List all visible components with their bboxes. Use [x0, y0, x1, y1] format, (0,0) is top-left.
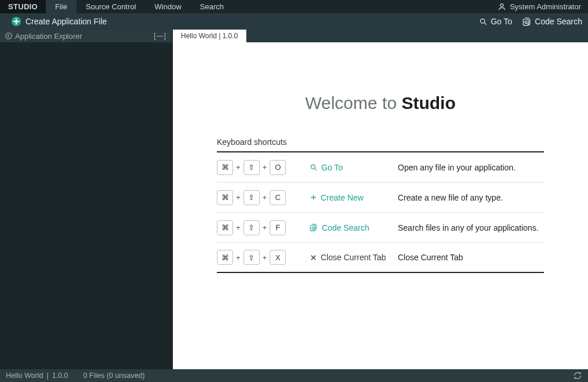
menu-search[interactable]: Search — [191, 0, 233, 13]
shortcut-action-label: Go To — [321, 163, 343, 172]
status-app-name: Hello World — [6, 372, 43, 380]
create-application-file-label: Create Application File — [26, 17, 107, 26]
shortcut-keys: ⌘+ ⇧+ X — [217, 250, 310, 265]
shortcut-row-close-tab: ⌘+ ⇧+ X Close Current Tab Close Current … — [217, 243, 544, 273]
plus-circle-icon — [12, 17, 21, 26]
shortcut-action-goto[interactable]: Go To — [310, 163, 398, 172]
file-search-icon — [522, 17, 532, 26]
key-shift: ⇧ — [244, 190, 260, 205]
shortcut-desc: Search files in any of your applications… — [398, 223, 539, 232]
menu-file[interactable]: File — [46, 0, 77, 13]
shortcut-row-code-search: ⌘+ ⇧+ F Code Search Search files in any … — [217, 213, 544, 243]
create-application-file-button[interactable]: Create Application File — [12, 17, 107, 26]
key-letter: O — [270, 160, 286, 175]
user-name-label: System Administrator — [510, 2, 581, 11]
user-menu[interactable]: System Administrator — [491, 0, 588, 13]
actionbar: Create Application File Go To Code Searc… — [0, 13, 588, 30]
shortcut-desc: Open any file in your application. — [398, 163, 516, 172]
key-shift: ⇧ — [244, 160, 260, 175]
brand-label: STUDIO — [0, 0, 46, 13]
menu-source-control[interactable]: Source Control — [77, 0, 146, 13]
key-letter: C — [270, 190, 286, 205]
key-letter: X — [270, 250, 286, 265]
svg-point-3 — [6, 33, 12, 39]
shortcut-keys: ⌘+ ⇧+ O — [217, 160, 310, 175]
collapse-sidebar-button[interactable]: [—] — [154, 32, 166, 40]
shortcut-desc: Close Current Tab — [398, 253, 463, 262]
content-area: Hello World | 1.0.0 Welcome to Studio Ke… — [173, 30, 588, 369]
shortcut-action-close-tab: Close Current Tab — [310, 253, 398, 262]
welcome-title-bold: Studio — [401, 93, 455, 112]
shortcut-desc: Create a new file of any type. — [398, 193, 503, 202]
sidebar: Application Explorer [—] — [0, 30, 173, 369]
key-cmd: ⌘ — [217, 250, 233, 265]
tab-hello-world[interactable]: Hello World | 1.0.0 — [173, 30, 246, 42]
goto-button[interactable]: Go To — [479, 17, 512, 26]
welcome-title-prefix: Welcome to — [305, 93, 401, 112]
code-search-label: Code Search — [535, 17, 582, 26]
code-search-button[interactable]: Code Search — [522, 17, 582, 26]
key-letter: F — [270, 220, 286, 235]
shortcut-action-label: Close Current Tab — [321, 253, 386, 262]
shortcut-row-goto: ⌘+ ⇧+ O Go To Open any file in your appl… — [217, 152, 544, 183]
status-version: 1.0.0 — [52, 372, 68, 380]
keyboard-shortcuts-header: Keyboard shortcuts — [217, 137, 544, 152]
shortcut-keys: ⌘+ ⇧+ C — [217, 190, 310, 205]
shortcut-action-label: Code Search — [322, 223, 369, 232]
shortcut-action-code-search[interactable]: Code Search — [310, 223, 398, 232]
key-cmd: ⌘ — [217, 160, 233, 175]
key-shift: ⇧ — [244, 250, 260, 265]
shortcut-action-create-new[interactable]: Create New — [310, 193, 398, 202]
sidebar-header: Application Explorer [—] — [0, 30, 172, 42]
search-icon — [479, 17, 488, 26]
svg-point-0 — [500, 4, 503, 7]
key-cmd: ⌘ — [217, 220, 233, 235]
close-icon — [310, 254, 317, 261]
key-shift: ⇧ — [244, 220, 260, 235]
plus-icon — [310, 194, 317, 201]
user-icon — [498, 2, 506, 11]
search-icon — [310, 163, 318, 172]
sidebar-title: Application Explorer — [15, 32, 82, 41]
shortcut-keys: ⌘+ ⇧+ F — [217, 220, 310, 235]
menubar: STUDIO File Source Control Window Search… — [0, 0, 588, 13]
svg-point-4 — [311, 165, 315, 169]
goto-label: Go To — [491, 17, 512, 26]
back-icon[interactable] — [3, 32, 14, 40]
sidebar-body — [0, 42, 172, 369]
shortcut-row-create-new: ⌘+ ⇧+ C Create New Create a new file of … — [217, 183, 544, 213]
file-search-icon — [310, 223, 318, 232]
menu-window[interactable]: Window — [146, 0, 191, 13]
status-files: 0 Files (0 unsaved) — [83, 372, 144, 380]
sync-icon[interactable] — [573, 371, 582, 380]
tab-strip: Hello World | 1.0.0 — [173, 30, 588, 42]
statusbar: Hello World | 1.0.0 0 Files (0 unsaved) — [0, 369, 588, 382]
key-cmd: ⌘ — [217, 190, 233, 205]
shortcut-action-label: Create New — [321, 193, 364, 202]
svg-point-1 — [481, 19, 485, 23]
welcome-panel: Welcome to Studio Keyboard shortcuts ⌘+ … — [173, 42, 588, 369]
welcome-title: Welcome to Studio — [217, 93, 544, 113]
